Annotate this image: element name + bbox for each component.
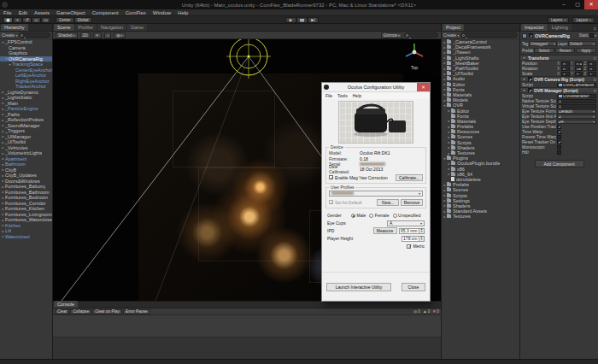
tab-lighting[interactable]: Lighting	[548, 24, 572, 31]
hierarchy-item[interactable]: ▸Watercloset	[0, 234, 52, 240]
gender-female-radio[interactable]: Female	[369, 213, 389, 218]
move-tool[interactable]: +	[13, 17, 22, 23]
shading-mode-dropdown[interactable]: Shaded▾	[56, 32, 78, 38]
gender-male-radio[interactable]: Male	[351, 213, 366, 218]
value-field[interactable]: 1	[557, 104, 596, 109]
hierarchy-item[interactable]: ▸Furnitures_Watercloset	[0, 217, 52, 223]
component-menu-icon[interactable]: ≡	[594, 88, 596, 93]
vector-y-field[interactable]: 1	[575, 72, 583, 76]
inspector-menu-icon[interactable]: ≡	[594, 26, 596, 31]
hierarchy-create-button[interactable]: Create ▾	[2, 32, 17, 38]
hierarchy-search-input[interactable]	[19, 32, 50, 38]
hierarchy-item[interactable]: ▸Furnitures_Bathroom	[0, 190, 52, 196]
object-field[interactable]: OVRCameraRig	[557, 83, 596, 87]
value-field[interactable]: 1	[557, 99, 596, 103]
dialog-close-action-button[interactable]: Close	[402, 283, 425, 291]
tab-game[interactable]: Game	[127, 24, 147, 31]
vector-x-field[interactable]: 0	[561, 67, 570, 71]
vector-z-field[interactable]: 0	[588, 67, 596, 71]
vector-y-field[interactable]: 45.023	[575, 67, 583, 71]
property-dropdown[interactable]: 24▾	[557, 120, 596, 124]
console-clear-on-play-button[interactable]: Clear on Play	[92, 309, 122, 314]
tab-profiler[interactable]: Profiler	[75, 24, 97, 31]
eye-cups-dropdown[interactable]: A ▾	[387, 220, 425, 226]
new-profile-button[interactable]: New...	[377, 199, 399, 206]
ipd-spinner[interactable]: 65.3 mm ▲▼	[399, 228, 425, 234]
expand-arrow-icon[interactable]: ▾	[522, 88, 526, 92]
property-checkbox[interactable]	[557, 130, 561, 134]
gender-unspecified-radio[interactable]: Unspecified	[393, 213, 421, 218]
property-checkbox[interactable]	[557, 125, 561, 129]
component-menu-icon[interactable]: ≡	[594, 56, 596, 61]
launch-interactive-utility-button[interactable]: Launch Interactive Utility	[326, 283, 391, 291]
tab-scene[interactable]: Scene	[54, 24, 74, 31]
space-toggle-button[interactable]: Global	[74, 17, 92, 23]
vector-x-field[interactable]: 1	[561, 72, 570, 76]
vector-z-field[interactable]: 0	[588, 62, 596, 66]
tab-inspector[interactable]: Inspector	[521, 24, 548, 31]
pivot-toggle-button[interactable]: Center	[56, 17, 74, 23]
tab-hierarchy[interactable]: Hierarchy	[1, 24, 28, 31]
vector-y-field[interactable]: 0.6869	[575, 62, 583, 66]
warning-count-badge[interactable]: ▲0	[423, 309, 430, 314]
project-create-button[interactable]: Create ▾	[443, 32, 459, 38]
pan-tool[interactable]: ◉	[3, 17, 13, 23]
vector-x-field[interactable]: 0	[561, 62, 570, 66]
scene-search-input[interactable]	[404, 32, 438, 38]
menu-component[interactable]: Component	[89, 10, 122, 15]
remove-profile-button[interactable]: Remove	[401, 199, 423, 206]
gizmos-dropdown[interactable]: Gizmos▾	[381, 32, 402, 38]
console-error-pause-button[interactable]: Error Pause	[123, 309, 150, 314]
active-checkbox[interactable]	[529, 33, 533, 38]
component-header-1[interactable]: ▾OVR Camera Rig (Script)≡	[520, 76, 598, 82]
tab-console[interactable]: Console	[54, 301, 78, 308]
menu-file[interactable]: File	[0, 10, 15, 15]
close-button[interactable]: ✕	[584, 0, 598, 9]
layout-dropdown[interactable]: Layout ▾	[572, 17, 595, 23]
property-dropdown[interactable]: Default▾	[557, 109, 596, 114]
menu-comflex[interactable]: ComFlex	[122, 10, 150, 15]
prefab-revert-button[interactable]: Revert	[555, 48, 576, 53]
effects-dropdown[interactable]: ◍▾	[114, 32, 125, 38]
hierarchy-item[interactable]: ▸Furnitures_Livingroom	[0, 212, 52, 218]
rect-tool[interactable]: ▭	[41, 17, 50, 23]
dialog-menu-file[interactable]: File	[325, 93, 332, 98]
measure-button[interactable]: Measure	[373, 227, 397, 234]
hierarchy-item[interactable]: ▸Furnitures_Balcony	[0, 184, 52, 190]
expand-arrow-icon[interactable]: ▾	[522, 77, 526, 81]
static-checkbox[interactable]	[589, 33, 594, 38]
scene-lighting-toggle-icon[interactable]: ☀	[93, 32, 102, 38]
dialog-close-button[interactable]: ✕	[417, 83, 430, 91]
component-menu-icon[interactable]: ≡	[594, 77, 596, 82]
hierarchy-item[interactable]: ▸Furnitures_Kitchen	[0, 206, 52, 212]
menu-window[interactable]: Window	[150, 10, 174, 15]
error-count-badge[interactable]: ✖0	[432, 309, 439, 314]
player-height-spinner[interactable]: 178 cm ▲▼	[402, 236, 425, 242]
component-enabled-checkbox[interactable]	[528, 77, 532, 81]
menu-edit[interactable]: Edit	[15, 10, 31, 15]
tag-dropdown[interactable]: Untagged▾	[529, 41, 557, 46]
spinner-arrows-icon[interactable]: ▲▼	[419, 237, 424, 241]
prefab-apply-button[interactable]: Apply	[576, 48, 596, 53]
profile-dropdown[interactable]: ▾	[329, 191, 423, 197]
spinner-arrows-icon[interactable]: ▲▼	[419, 229, 424, 233]
dialog-menu-help[interactable]: Help	[353, 93, 361, 98]
maximize-button[interactable]: ▢	[571, 0, 584, 9]
chevron-down-icon[interactable]: ▾	[595, 33, 596, 38]
pause-button[interactable]: ▮▮	[296, 17, 308, 23]
property-checkbox[interactable]	[557, 140, 561, 144]
component-enabled-checkbox[interactable]	[528, 88, 532, 92]
hierarchy-item[interactable]: ▸Furnitures_Bedroom	[0, 195, 52, 201]
play-button[interactable]: ▶	[285, 17, 296, 23]
menu-gameobject[interactable]: GameObject	[53, 10, 89, 15]
mag-yaw-checkbox[interactable]	[329, 175, 333, 179]
scale-tool[interactable]: ▱	[32, 17, 41, 23]
calibrate-button[interactable]: Calibrate...	[396, 174, 423, 181]
set-default-checkbox[interactable]	[329, 200, 333, 204]
step-button[interactable]: ▶|	[308, 17, 319, 23]
property-dropdown[interactable]: 2▾	[557, 114, 596, 119]
info-count-badge[interactable]: ◎0	[413, 309, 420, 314]
vector-z-field[interactable]: 1	[588, 72, 596, 76]
property-checkbox[interactable]	[557, 145, 561, 150]
scene-orientation-gizmo[interactable]: Top	[399, 41, 430, 70]
